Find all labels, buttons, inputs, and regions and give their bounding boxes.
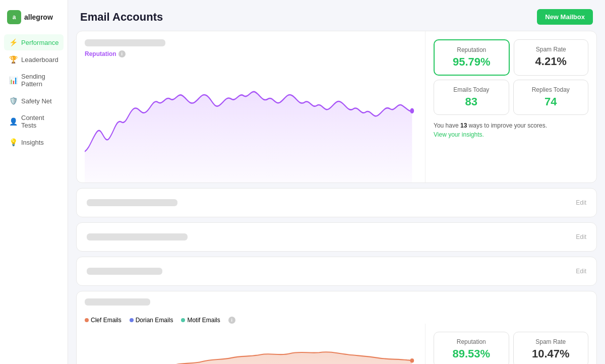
content-tests-icon: 👤 (9, 117, 17, 126)
accounts-list: Reputation i (68, 31, 605, 364)
chart-label-1: Reputation i (85, 50, 417, 57)
chart-section-1: Reputation i (77, 31, 425, 183)
sidebar-nav: ⚡ Performance 🏆 Leaderboard 📊 Sending Pa… (0, 34, 68, 150)
emails-today-box-1: Emails Today 83 (434, 80, 509, 115)
reputation-value-5: 89.53% (441, 347, 502, 360)
insights-mid: ways to improve your scores. (467, 122, 547, 129)
replies-today-label-1: Replies Today (521, 86, 581, 93)
account-card-5-main: Reputation 89.53% Spam Rate 10.47% Email… (77, 324, 596, 364)
sidebar-item-insights[interactable]: 💡 Insights (4, 134, 64, 150)
reputation-label-1: Reputation (442, 46, 502, 53)
clef-dot (85, 318, 89, 322)
dorian-dot (130, 318, 134, 322)
account-name-blurred-5 (85, 298, 150, 306)
legend-clef: Clef Emails (85, 317, 122, 324)
sidebar-item-content-tests[interactable]: 👤 Content Tests (4, 110, 64, 133)
sidebar-label-content-tests: Content Tests (21, 114, 58, 129)
clef-label: Clef Emails (91, 317, 122, 324)
edit-button-4[interactable]: Edit (576, 268, 586, 275)
motif-dot (181, 318, 185, 322)
reputation-box-1: Reputation 95.79% (434, 39, 510, 76)
logo-text: allegrow (24, 13, 53, 21)
account-name-blurred-4 (87, 268, 162, 275)
motif-label: Motif Emails (187, 317, 220, 324)
main-content: Email Accounts New Mailbox Reputation i (68, 0, 605, 364)
sidebar-label-safety-net: Safety Net (21, 97, 52, 105)
metrics-section-1: Reputation 95.79% Spam Rate 4.21% Emails… (425, 31, 596, 183)
account-card-1: Reputation i (76, 31, 597, 183)
reputation-box-5: Reputation 89.53% (434, 332, 509, 364)
spam-rate-label-5: Spam Rate (521, 338, 581, 345)
new-mailbox-button[interactable]: New Mailbox (537, 9, 593, 25)
account-name-blurred-3 (87, 233, 188, 240)
reputation-value-1: 95.79% (442, 55, 502, 69)
account-card-3: Edit (76, 222, 597, 252)
spam-rate-value-1: 4.21% (521, 55, 581, 68)
insights-message: You have 13 ways to improve your scores.… (434, 121, 588, 139)
info-icon-1[interactable]: i (118, 50, 126, 57)
metrics-row-1-top: Reputation 95.79% Spam Rate 4.21% (434, 39, 588, 76)
sending-pattern-icon: 📊 (9, 76, 17, 84)
sidebar-label-performance: Performance (21, 39, 58, 46)
metrics-row-1-bottom: Emails Today 83 Replies Today 74 (434, 80, 588, 115)
sidebar-item-performance[interactable]: ⚡ Performance (4, 34, 64, 50)
chart-section-5 (77, 324, 425, 364)
sidebar: a allegrow ⚡ Performance 🏆 Leaderboard 📊… (0, 0, 68, 364)
multi-line-chart-5 (85, 327, 417, 364)
safety-net-icon: 🛡️ (9, 97, 17, 105)
performance-icon: ⚡ (9, 38, 17, 46)
account-card-4: Edit (76, 257, 597, 286)
page-title: Email Accounts (80, 11, 163, 24)
sidebar-label-insights: Insights (21, 139, 44, 146)
replies-today-box-1: Replies Today 74 (513, 80, 589, 115)
spam-rate-box-5: Spam Rate 10.47% (513, 332, 589, 364)
chart-legend-5: Clef Emails Dorian Emails Motif Emails i (77, 310, 596, 324)
leaderboard-icon: 🏆 (9, 55, 17, 64)
sidebar-item-sending-pattern[interactable]: 📊 Sending Pattern (4, 69, 64, 92)
spam-rate-box-1: Spam Rate 4.21% (514, 39, 589, 76)
account-card-2-inner: Edit (77, 189, 596, 217)
edit-button-2[interactable]: Edit (576, 199, 586, 206)
emails-today-value-1: 83 (441, 95, 502, 108)
account-card-2: Edit (76, 188, 597, 217)
insights-link[interactable]: View your insights. (434, 131, 484, 138)
insights-prefix: You have (434, 122, 460, 129)
logo-icon: a (7, 10, 21, 24)
metrics-section-5: Reputation 89.53% Spam Rate 10.47% Email… (425, 324, 596, 364)
logo: a allegrow (0, 6, 68, 34)
sidebar-label-sending-pattern: Sending Pattern (21, 73, 58, 88)
edit-button-3[interactable]: Edit (576, 233, 586, 240)
emails-today-label-1: Emails Today (441, 86, 502, 93)
account-name-blurred-1 (85, 39, 165, 46)
svg-point-0 (410, 108, 414, 113)
sidebar-item-safety-net[interactable]: 🛡️ Safety Net (4, 93, 64, 109)
insights-icon: 💡 (9, 138, 17, 146)
page-header: Email Accounts New Mailbox (68, 0, 605, 31)
account-card-1-inner: Reputation i (77, 31, 596, 183)
spam-rate-label-1: Spam Rate (521, 46, 581, 53)
account-card-4-inner: Edit (77, 257, 596, 285)
replies-today-value-1: 74 (521, 95, 581, 108)
insights-count: 13 (460, 122, 467, 129)
sidebar-item-leaderboard[interactable]: 🏆 Leaderboard (4, 51, 64, 68)
dorian-label: Dorian Emails (136, 317, 173, 324)
account-card-3-inner: Edit (77, 223, 596, 251)
account-name-blurred-2 (87, 199, 177, 206)
svg-point-1 (410, 358, 414, 363)
legend-motif: Motif Emails (181, 317, 220, 324)
sidebar-label-leaderboard: Leaderboard (21, 56, 58, 64)
account-card-5: Clef Emails Dorian Emails Motif Emails i (76, 291, 597, 364)
info-icon-5[interactable]: i (228, 317, 235, 324)
reputation-label-5: Reputation (441, 338, 502, 345)
spam-rate-value-5: 10.47% (521, 347, 581, 360)
reputation-chart-1 (85, 59, 417, 183)
metrics-row-5-top: Reputation 89.53% Spam Rate 10.47% (434, 332, 588, 364)
legend-dorian: Dorian Emails (130, 317, 173, 324)
